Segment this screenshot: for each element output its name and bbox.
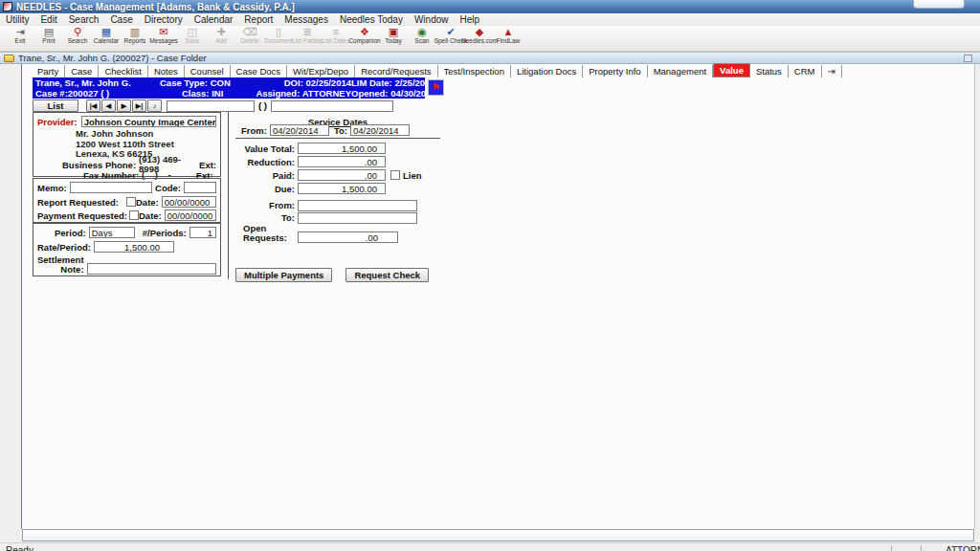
tab-crm[interactable]: CRM: [789, 65, 822, 77]
scan-icon: ◉: [417, 26, 427, 37]
menu-bar: Utility Edit Search Case Directory Calen…: [0, 13, 980, 26]
service-to-field[interactable]: 04/20/2014: [350, 124, 410, 136]
tab-management[interactable]: Management: [648, 65, 713, 77]
save-button: ◫Save: [178, 26, 207, 51]
sort-record-button[interactable]: ♪: [147, 99, 162, 112]
reduction-field[interactable]: .00: [298, 156, 386, 167]
spell-check-icon: ✔: [446, 26, 455, 37]
menu-directory[interactable]: Directory: [139, 14, 189, 25]
memo-field[interactable]: [70, 182, 152, 193]
menu-calendar[interactable]: Calendar: [189, 14, 239, 25]
scan-button[interactable]: ◉Scan: [408, 26, 436, 51]
report-date-field[interactable]: 00/00/0000: [162, 196, 216, 208]
messages-button[interactable]: ✉Messages: [149, 26, 178, 51]
search-icon: ⚲: [74, 26, 81, 37]
print-button[interactable]: ▤Print: [34, 26, 63, 51]
case-number-line: Case #:200027 ( ): [35, 88, 160, 99]
menu-messages[interactable]: Messages: [278, 14, 334, 25]
save-icon: ◫: [188, 26, 197, 37]
opened-label: Opened:: [351, 88, 389, 99]
nav-lookup-field-2[interactable]: [271, 100, 393, 112]
doi-value: 02/25/2014: [305, 77, 351, 88]
first-record-button[interactable]: |◀: [86, 99, 100, 112]
provider-contact-name: Mr. John Johnson: [76, 129, 216, 140]
due-field[interactable]: 1,500.00: [298, 183, 386, 194]
list-parties-button: ≣List Parties: [293, 26, 322, 51]
tab-party[interactable]: Party: [32, 65, 65, 77]
tab-property-info[interactable]: Property Info: [583, 65, 647, 77]
tab-value[interactable]: Value: [713, 63, 750, 77]
business-ext-label: Ext:: [199, 160, 216, 170]
window-controls[interactable]: [913, 0, 965, 9]
window-title: NEEDLES - Case Management [Adams, Bank &…: [16, 2, 295, 12]
findlaw-icon: ▲: [503, 26, 514, 37]
list-button[interactable]: List: [33, 99, 78, 112]
tab-case-docs[interactable]: Case Docs: [231, 65, 287, 77]
tab-checklist[interactable]: Checklist: [99, 65, 148, 77]
menu-edit[interactable]: Edit: [34, 14, 62, 25]
tab-counsel[interactable]: Counsel: [185, 65, 231, 77]
exit-button[interactable]: ⇥Exit: [6, 26, 34, 51]
today-button[interactable]: ▣Today: [379, 26, 408, 51]
tab-record-requests[interactable]: Record/Requests: [355, 65, 437, 77]
payment-to-field[interactable]: [298, 212, 417, 224]
list-dates-icon: ≡: [333, 26, 339, 37]
add-button: ✚Add: [207, 26, 235, 51]
tab-exit-door-icon[interactable]: ⇥: [822, 65, 842, 77]
exit-icon: ⇥: [15, 26, 24, 37]
menu-report[interactable]: Report: [238, 14, 278, 25]
menu-needles-today[interactable]: Needles Today: [334, 14, 409, 25]
needles-com-button[interactable]: ◆Needles.com: [465, 26, 494, 51]
menu-help[interactable]: Help: [455, 14, 486, 25]
multiple-payments-button[interactable]: Multiple Payments: [235, 268, 332, 282]
menu-utility[interactable]: Utility: [0, 14, 34, 25]
child-window-button[interactable]: [964, 55, 972, 62]
paid-field[interactable]: .00: [298, 169, 386, 181]
rate-period-field[interactable]: 1,500.00: [94, 241, 174, 253]
reports-button[interactable]: ▥Reports: [121, 26, 149, 51]
tab-test-inspection[interactable]: Test/Inspection: [438, 65, 511, 77]
tab-litigation-docs[interactable]: Litigation Docs: [511, 65, 583, 77]
last-record-button[interactable]: ▶|: [132, 99, 146, 112]
settlement-note-field[interactable]: [87, 263, 216, 275]
request-check-button[interactable]: Request Check: [345, 268, 429, 282]
companion-button[interactable]: ❖Companion: [350, 26, 379, 51]
value-total-label: Value Total:: [235, 143, 295, 154]
period-field[interactable]: Days: [89, 227, 135, 238]
search-button[interactable]: ⚲Search: [63, 26, 92, 51]
menu-window[interactable]: Window: [409, 14, 455, 25]
class-value: INI: [212, 88, 223, 99]
tab-notes[interactable]: Notes: [148, 65, 185, 77]
next-record-button[interactable]: ▶: [117, 99, 131, 112]
business-phone-label: Business Phone:: [62, 160, 136, 170]
value-total-field[interactable]: 1,500.00: [298, 143, 386, 154]
report-requested-checkbox[interactable]: [126, 197, 136, 207]
open-requests-field[interactable]: .00: [298, 231, 398, 243]
previous-record-button[interactable]: ◀: [101, 99, 116, 112]
menu-case[interactable]: Case: [104, 14, 138, 25]
payment-date-field[interactable]: 00/00/0000: [165, 209, 216, 221]
document-button: ▯Document: [264, 26, 293, 51]
service-from-field[interactable]: 04/20/2014: [270, 124, 329, 136]
findlaw-button[interactable]: ▲FindLaw: [494, 26, 523, 51]
tab-status[interactable]: Status: [750, 65, 789, 77]
payment-from-field[interactable]: [298, 200, 417, 211]
flag-icon: ⚑: [432, 81, 441, 94]
nav-lookup-field[interactable]: [167, 100, 255, 112]
lien-checkbox[interactable]: [390, 170, 400, 180]
tab-strip: Party Case Checklist Notes Counsel Case …: [32, 64, 842, 77]
num-periods-field[interactable]: 1: [189, 227, 216, 238]
menu-search[interactable]: Search: [63, 14, 105, 25]
tab-wit-exp-depo[interactable]: Wit/Exp/Depo: [287, 65, 355, 77]
provider-field[interactable]: Johnson County Image Center: [81, 116, 216, 127]
payment-requested-checkbox[interactable]: [129, 210, 139, 220]
case-flag-button[interactable]: ⚑: [428, 79, 444, 96]
calendar-button[interactable]: ▦Calendar: [92, 26, 121, 51]
payment-date-label: Date:: [139, 210, 162, 221]
provider-panel: Provider: Johnson County Image Center Mr…: [33, 112, 221, 177]
num-periods-label: #/Periods:: [143, 228, 187, 238]
code-field[interactable]: [184, 182, 216, 193]
list-parties-icon: ≣: [302, 26, 311, 37]
tab-case[interactable]: Case: [65, 65, 99, 77]
settlement-label-line2: Note:: [60, 264, 83, 275]
